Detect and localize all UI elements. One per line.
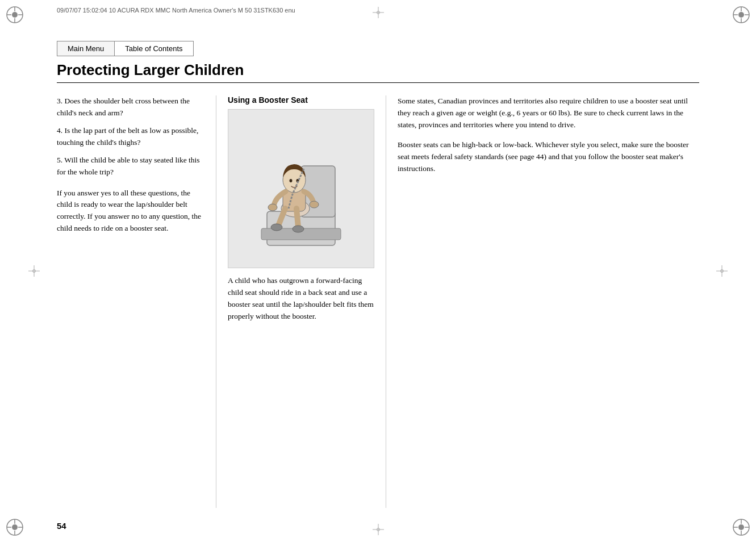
crosshair-right xyxy=(716,265,728,277)
page-title: Protecting Larger Children xyxy=(57,61,699,83)
crosshair-top xyxy=(373,7,384,18)
list-item: 4. Is the lap part of the belt as low as… xyxy=(57,125,204,149)
nav-buttons: Main Menu Table of Contents xyxy=(57,41,194,56)
page-reference-link[interactable]: 44 xyxy=(536,152,544,161)
content-area: 3. Does the shoulder belt cross between … xyxy=(57,95,699,508)
right-column: Some states, Canadian provinces and terr… xyxy=(386,95,699,508)
svg-point-46 xyxy=(290,179,293,182)
svg-point-44 xyxy=(293,226,304,232)
svg-point-43 xyxy=(271,224,282,231)
table-of-contents-button[interactable]: Table of Contents xyxy=(114,41,193,56)
booster-seat-title: Using a Booster Seat xyxy=(228,95,374,105)
svg-point-7 xyxy=(738,12,744,18)
svg-point-19 xyxy=(738,524,744,530)
right-paragraph-1: Some states, Canadian provinces and terr… xyxy=(398,95,699,131)
corner-decoration-tr xyxy=(731,5,751,25)
svg-line-42 xyxy=(296,209,298,227)
left-paragraph: If you answer yes to all these questions… xyxy=(57,187,204,235)
corner-decoration-tl xyxy=(5,5,25,25)
list-item: 5. Will the child be able to stay seated… xyxy=(57,155,204,178)
svg-point-13 xyxy=(12,524,18,530)
page-container: 09/07/07 15:02:04 10 ACURA RDX MMC North… xyxy=(0,0,756,542)
svg-point-1 xyxy=(12,12,18,18)
right-paragraph-2: Booster seats can be high-back or low-ba… xyxy=(398,139,699,175)
crosshair-left xyxy=(28,265,40,277)
booster-caption: A child who has outgrown a forward-facin… xyxy=(228,275,374,323)
page-number: 54 xyxy=(57,521,66,531)
list-item: 3. Does the shoulder belt cross between … xyxy=(57,95,204,119)
main-menu-button[interactable]: Main Menu xyxy=(57,41,114,56)
svg-point-49 xyxy=(310,201,319,208)
middle-column: Using a Booster Seat xyxy=(216,95,386,508)
corner-decoration-bl xyxy=(5,517,25,537)
checklist: 3. Does the shoulder belt cross between … xyxy=(57,95,204,178)
left-column: 3. Does the shoulder belt cross between … xyxy=(57,95,216,508)
booster-seat-image xyxy=(228,109,374,268)
header-metadata: 09/07/07 15:02:04 10 ACURA RDX MMC North… xyxy=(57,7,295,14)
svg-point-48 xyxy=(268,204,277,211)
crosshair-bottom xyxy=(373,524,384,535)
corner-decoration-br xyxy=(731,517,751,537)
